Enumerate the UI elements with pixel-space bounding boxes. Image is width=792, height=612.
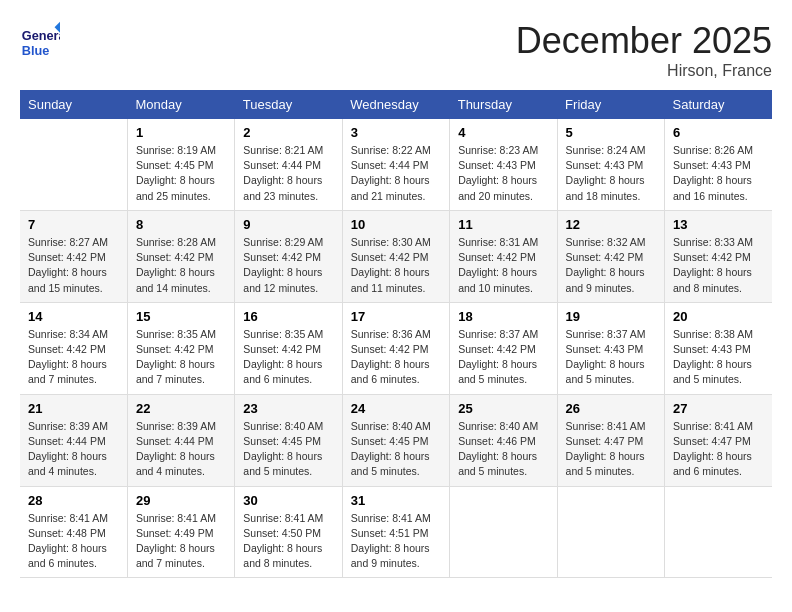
day-info: Sunrise: 8:39 AMSunset: 4:44 PMDaylight:… [136, 419, 226, 480]
svg-text:Blue: Blue [22, 43, 50, 58]
day-number: 12 [566, 217, 656, 232]
header-row: Sunday Monday Tuesday Wednesday Thursday… [20, 90, 772, 119]
day-number: 15 [136, 309, 226, 324]
day-info: Sunrise: 8:40 AMSunset: 4:45 PMDaylight:… [243, 419, 333, 480]
month-title: December 2025 [516, 20, 772, 62]
day-cell: 17 Sunrise: 8:36 AMSunset: 4:42 PMDaylig… [342, 302, 449, 394]
day-info: Sunrise: 8:22 AMSunset: 4:44 PMDaylight:… [351, 143, 441, 204]
day-info: Sunrise: 8:35 AMSunset: 4:42 PMDaylight:… [136, 327, 226, 388]
day-cell: 10 Sunrise: 8:30 AMSunset: 4:42 PMDaylig… [342, 210, 449, 302]
day-number: 13 [673, 217, 764, 232]
day-cell: 19 Sunrise: 8:37 AMSunset: 4:43 PMDaylig… [557, 302, 664, 394]
day-info: Sunrise: 8:31 AMSunset: 4:42 PMDaylight:… [458, 235, 548, 296]
day-number: 6 [673, 125, 764, 140]
day-number: 27 [673, 401, 764, 416]
day-number: 3 [351, 125, 441, 140]
day-info: Sunrise: 8:38 AMSunset: 4:43 PMDaylight:… [673, 327, 764, 388]
day-number: 28 [28, 493, 119, 508]
day-info: Sunrise: 8:39 AMSunset: 4:44 PMDaylight:… [28, 419, 119, 480]
day-cell: 29 Sunrise: 8:41 AMSunset: 4:49 PMDaylig… [127, 486, 234, 578]
day-cell [557, 486, 664, 578]
day-info: Sunrise: 8:19 AMSunset: 4:45 PMDaylight:… [136, 143, 226, 204]
day-number: 8 [136, 217, 226, 232]
day-cell: 27 Sunrise: 8:41 AMSunset: 4:47 PMDaylig… [665, 394, 772, 486]
day-cell: 8 Sunrise: 8:28 AMSunset: 4:42 PMDayligh… [127, 210, 234, 302]
day-cell: 11 Sunrise: 8:31 AMSunset: 4:42 PMDaylig… [450, 210, 557, 302]
logo-icon: General Blue [20, 20, 60, 60]
day-number: 17 [351, 309, 441, 324]
day-info: Sunrise: 8:40 AMSunset: 4:46 PMDaylight:… [458, 419, 548, 480]
header-thursday: Thursday [450, 90, 557, 119]
day-info: Sunrise: 8:40 AMSunset: 4:45 PMDaylight:… [351, 419, 441, 480]
week-row-1: 7 Sunrise: 8:27 AMSunset: 4:42 PMDayligh… [20, 210, 772, 302]
day-number: 1 [136, 125, 226, 140]
day-info: Sunrise: 8:28 AMSunset: 4:42 PMDaylight:… [136, 235, 226, 296]
day-info: Sunrise: 8:27 AMSunset: 4:42 PMDaylight:… [28, 235, 119, 296]
week-row-3: 21 Sunrise: 8:39 AMSunset: 4:44 PMDaylig… [20, 394, 772, 486]
day-number: 31 [351, 493, 441, 508]
day-info: Sunrise: 8:41 AMSunset: 4:49 PMDaylight:… [136, 511, 226, 572]
week-row-2: 14 Sunrise: 8:34 AMSunset: 4:42 PMDaylig… [20, 302, 772, 394]
day-info: Sunrise: 8:41 AMSunset: 4:47 PMDaylight:… [566, 419, 656, 480]
header-friday: Friday [557, 90, 664, 119]
day-number: 26 [566, 401, 656, 416]
day-number: 19 [566, 309, 656, 324]
header-saturday: Saturday [665, 90, 772, 119]
day-info: Sunrise: 8:37 AMSunset: 4:42 PMDaylight:… [458, 327, 548, 388]
day-number: 20 [673, 309, 764, 324]
svg-text:General: General [22, 28, 60, 43]
day-info: Sunrise: 8:35 AMSunset: 4:42 PMDaylight:… [243, 327, 333, 388]
day-cell: 6 Sunrise: 8:26 AMSunset: 4:43 PMDayligh… [665, 119, 772, 210]
day-cell: 26 Sunrise: 8:41 AMSunset: 4:47 PMDaylig… [557, 394, 664, 486]
day-cell: 22 Sunrise: 8:39 AMSunset: 4:44 PMDaylig… [127, 394, 234, 486]
header-tuesday: Tuesday [235, 90, 342, 119]
day-info: Sunrise: 8:26 AMSunset: 4:43 PMDaylight:… [673, 143, 764, 204]
day-number: 11 [458, 217, 548, 232]
day-cell: 4 Sunrise: 8:23 AMSunset: 4:43 PMDayligh… [450, 119, 557, 210]
day-info: Sunrise: 8:41 AMSunset: 4:50 PMDaylight:… [243, 511, 333, 572]
day-cell: 14 Sunrise: 8:34 AMSunset: 4:42 PMDaylig… [20, 302, 127, 394]
day-cell: 9 Sunrise: 8:29 AMSunset: 4:42 PMDayligh… [235, 210, 342, 302]
day-info: Sunrise: 8:33 AMSunset: 4:42 PMDaylight:… [673, 235, 764, 296]
day-cell: 23 Sunrise: 8:40 AMSunset: 4:45 PMDaylig… [235, 394, 342, 486]
title-area: December 2025 Hirson, France [516, 20, 772, 80]
day-info: Sunrise: 8:34 AMSunset: 4:42 PMDaylight:… [28, 327, 119, 388]
day-cell: 16 Sunrise: 8:35 AMSunset: 4:42 PMDaylig… [235, 302, 342, 394]
day-cell: 18 Sunrise: 8:37 AMSunset: 4:42 PMDaylig… [450, 302, 557, 394]
location: Hirson, France [516, 62, 772, 80]
day-cell: 21 Sunrise: 8:39 AMSunset: 4:44 PMDaylig… [20, 394, 127, 486]
day-cell: 13 Sunrise: 8:33 AMSunset: 4:42 PMDaylig… [665, 210, 772, 302]
day-info: Sunrise: 8:32 AMSunset: 4:42 PMDaylight:… [566, 235, 656, 296]
day-info: Sunrise: 8:29 AMSunset: 4:42 PMDaylight:… [243, 235, 333, 296]
day-cell: 3 Sunrise: 8:22 AMSunset: 4:44 PMDayligh… [342, 119, 449, 210]
day-info: Sunrise: 8:30 AMSunset: 4:42 PMDaylight:… [351, 235, 441, 296]
day-info: Sunrise: 8:41 AMSunset: 4:51 PMDaylight:… [351, 511, 441, 572]
day-number: 16 [243, 309, 333, 324]
header-sunday: Sunday [20, 90, 127, 119]
day-cell [450, 486, 557, 578]
day-number: 21 [28, 401, 119, 416]
day-number: 22 [136, 401, 226, 416]
day-cell: 12 Sunrise: 8:32 AMSunset: 4:42 PMDaylig… [557, 210, 664, 302]
day-info: Sunrise: 8:36 AMSunset: 4:42 PMDaylight:… [351, 327, 441, 388]
day-number: 24 [351, 401, 441, 416]
day-cell: 24 Sunrise: 8:40 AMSunset: 4:45 PMDaylig… [342, 394, 449, 486]
day-number: 7 [28, 217, 119, 232]
day-cell: 7 Sunrise: 8:27 AMSunset: 4:42 PMDayligh… [20, 210, 127, 302]
day-cell: 15 Sunrise: 8:35 AMSunset: 4:42 PMDaylig… [127, 302, 234, 394]
day-number: 4 [458, 125, 548, 140]
header-wednesday: Wednesday [342, 90, 449, 119]
day-cell: 2 Sunrise: 8:21 AMSunset: 4:44 PMDayligh… [235, 119, 342, 210]
day-number: 25 [458, 401, 548, 416]
day-cell: 5 Sunrise: 8:24 AMSunset: 4:43 PMDayligh… [557, 119, 664, 210]
day-number: 30 [243, 493, 333, 508]
day-number: 9 [243, 217, 333, 232]
day-number: 14 [28, 309, 119, 324]
day-cell [665, 486, 772, 578]
day-info: Sunrise: 8:37 AMSunset: 4:43 PMDaylight:… [566, 327, 656, 388]
day-number: 2 [243, 125, 333, 140]
day-cell: 31 Sunrise: 8:41 AMSunset: 4:51 PMDaylig… [342, 486, 449, 578]
day-cell: 28 Sunrise: 8:41 AMSunset: 4:48 PMDaylig… [20, 486, 127, 578]
day-cell [20, 119, 127, 210]
day-number: 18 [458, 309, 548, 324]
